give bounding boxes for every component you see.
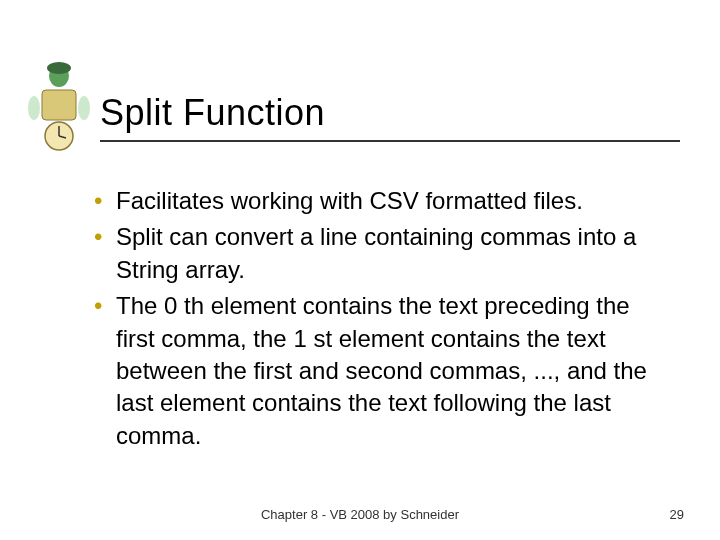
svg-rect-2 bbox=[42, 90, 76, 120]
logo-graphic bbox=[22, 58, 97, 153]
list-item: Split can convert a line containing comm… bbox=[88, 221, 663, 286]
svg-point-8 bbox=[78, 96, 90, 120]
clock-figure-icon bbox=[22, 58, 97, 153]
list-item: Facilitates working with CSV formatted f… bbox=[88, 185, 663, 217]
slide: Split Function Facilitates working with … bbox=[0, 0, 720, 540]
footer-text: Chapter 8 - VB 2008 by Schneider bbox=[0, 507, 720, 522]
svg-point-1 bbox=[47, 62, 71, 74]
list-item: The 0 th element contains the text prece… bbox=[88, 290, 663, 452]
slide-title: Split Function bbox=[100, 92, 680, 134]
bullet-list: Facilitates working with CSV formatted f… bbox=[88, 185, 663, 456]
page-number: 29 bbox=[670, 507, 684, 522]
title-block: Split Function bbox=[100, 92, 680, 142]
title-underline bbox=[100, 140, 680, 142]
svg-point-7 bbox=[28, 96, 40, 120]
